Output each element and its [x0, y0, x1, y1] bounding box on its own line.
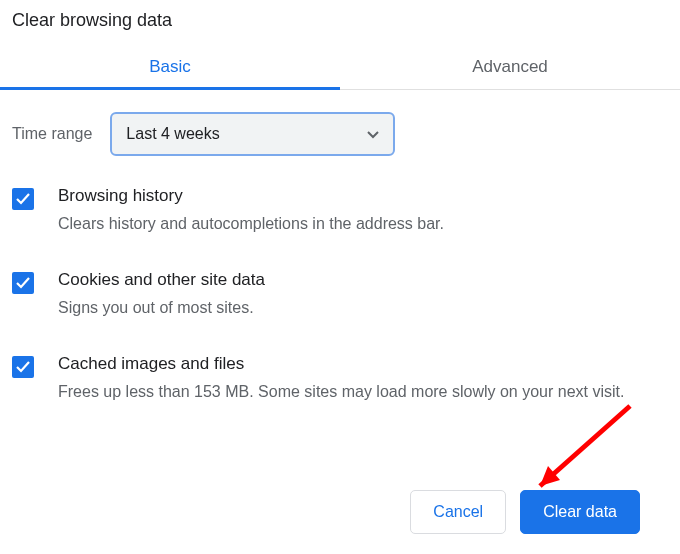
cancel-button[interactable]: Cancel [410, 490, 506, 534]
checkmark-icon [16, 361, 30, 373]
option-browsing-history: Browsing history Clears history and auto… [12, 186, 668, 236]
tab-advanced[interactable]: Advanced [340, 47, 680, 89]
checkmark-icon [16, 193, 30, 205]
tabs: Basic Advanced [0, 47, 680, 90]
time-range-label: Time range [12, 125, 92, 143]
option-title: Cached images and files [58, 354, 624, 374]
dialog-actions: Cancel Clear data [410, 490, 640, 534]
dialog-body: Time range Last 4 weeks Browsing history… [0, 90, 680, 448]
option-title: Cookies and other site data [58, 270, 265, 290]
checkbox-cache[interactable] [12, 356, 34, 378]
checkmark-icon [16, 277, 30, 289]
tab-basic[interactable]: Basic [0, 47, 340, 89]
checkbox-cookies[interactable] [12, 272, 34, 294]
time-range-selected: Last 4 weeks [126, 125, 219, 143]
svg-marker-1 [540, 466, 560, 486]
time-range-row: Time range Last 4 weeks [12, 112, 668, 156]
option-desc: Clears history and autocompletions in th… [58, 212, 444, 236]
time-range-dropdown[interactable]: Last 4 weeks [110, 112, 395, 156]
checkbox-browsing-history[interactable] [12, 188, 34, 210]
dialog-title: Clear browsing data [0, 0, 680, 47]
clear-data-button[interactable]: Clear data [520, 490, 640, 534]
chevron-down-icon [367, 125, 379, 143]
option-text: Cookies and other site data Signs you ou… [58, 270, 265, 320]
option-desc: Signs you out of most sites. [58, 296, 265, 320]
option-desc: Frees up less than 153 MB. Some sites ma… [58, 380, 624, 404]
option-cookies: Cookies and other site data Signs you ou… [12, 270, 668, 320]
option-cache: Cached images and files Frees up less th… [12, 354, 668, 404]
option-text: Cached images and files Frees up less th… [58, 354, 624, 404]
option-title: Browsing history [58, 186, 444, 206]
option-text: Browsing history Clears history and auto… [58, 186, 444, 236]
